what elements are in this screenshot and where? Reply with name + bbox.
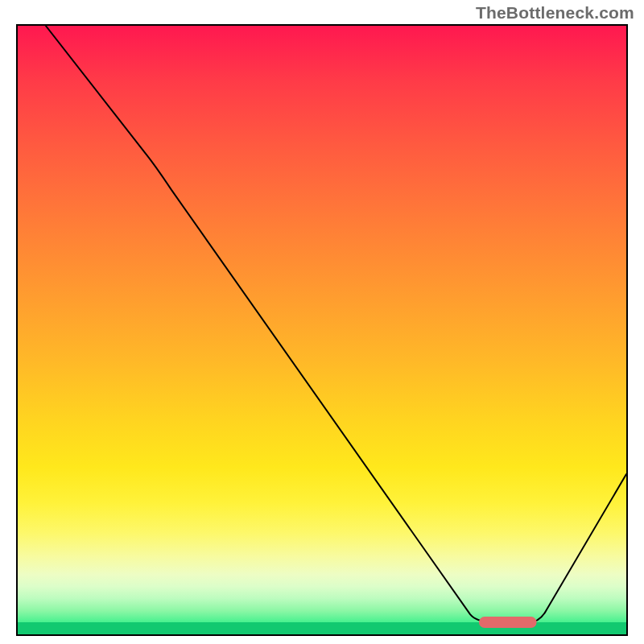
chart-root: TheBottleneck.com (0, 0, 644, 644)
optimum-marker (479, 617, 537, 628)
bottleneck-curve (46, 26, 626, 622)
watermark-text: TheBottleneck.com (476, 3, 634, 23)
plot-frame (16, 24, 628, 636)
plot-svg (18, 26, 626, 634)
